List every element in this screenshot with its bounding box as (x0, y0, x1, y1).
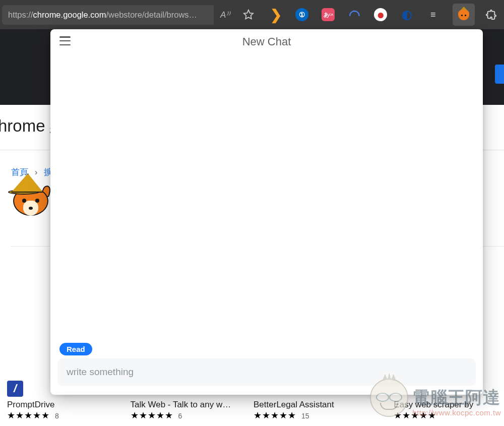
read-aloud-icon[interactable]: A⁾⁾ (220, 8, 230, 21)
extension-icon-3[interactable]: あCA (322, 8, 335, 21)
address-bar[interactable]: https:// chrome.google.com /webstore/det… (2, 5, 214, 25)
card-thumb-icon: / (7, 381, 23, 397)
extension-icon-7[interactable]: ≡ (426, 8, 439, 21)
favorite-star-icon[interactable] (243, 8, 254, 21)
popup-header: New Chat (50, 29, 483, 54)
extensions-bar: ❯ ① あCA ◠ ● ◐ ≡ (263, 4, 504, 26)
card-title: BetterLegal Assistant (254, 400, 394, 410)
star-rating-icon: ★★★★★ (394, 410, 436, 420)
rating-count: 15 (301, 412, 309, 420)
url-host: chrome.google.com (33, 10, 106, 20)
browser-toolbar: https:// chrome.google.com /webstore/det… (0, 0, 504, 29)
extension-logo-fox-wizard (9, 175, 52, 219)
extension-icon-active-fox[interactable] (453, 4, 475, 26)
extension-popup: New Chat Read (50, 29, 483, 395)
extension-icon-1[interactable]: ❯ (269, 8, 282, 21)
card-title: Talk Web - Talk to any w… (131, 400, 254, 410)
read-mode-chip[interactable]: Read (59, 343, 92, 355)
extension-icon-6[interactable]: ◐ (400, 8, 413, 21)
svg-marker-0 (244, 10, 253, 19)
extension-icon-5[interactable]: ● (374, 8, 387, 21)
fox-wizard-icon (457, 8, 470, 21)
popup-title: New Chat (242, 35, 291, 48)
install-button-edge[interactable] (495, 65, 504, 84)
extensions-menu-icon[interactable] (484, 8, 497, 21)
rating-count: 8 (55, 412, 59, 420)
url-scheme: https:// (8, 10, 33, 20)
extension-icon-2[interactable]: ① (295, 8, 308, 21)
popup-footer: Read (50, 343, 483, 395)
rating-count: 6 (178, 412, 182, 420)
card-title: Easy web scraper by (394, 400, 504, 410)
card-title: PromptDrive (7, 400, 131, 410)
hamburger-menu-icon[interactable] (59, 36, 71, 45)
star-rating-icon: ★★★★★ (131, 410, 173, 420)
chat-body-empty (50, 54, 483, 343)
star-rating-icon: ★★★★★ (254, 410, 296, 420)
extension-icon-4[interactable]: ◠ (348, 8, 361, 21)
star-rating-icon: ★★★★★ (7, 410, 50, 420)
chat-input[interactable] (67, 367, 467, 378)
composer (57, 358, 476, 386)
url-path: /webstore/detail/brows… (106, 10, 197, 20)
